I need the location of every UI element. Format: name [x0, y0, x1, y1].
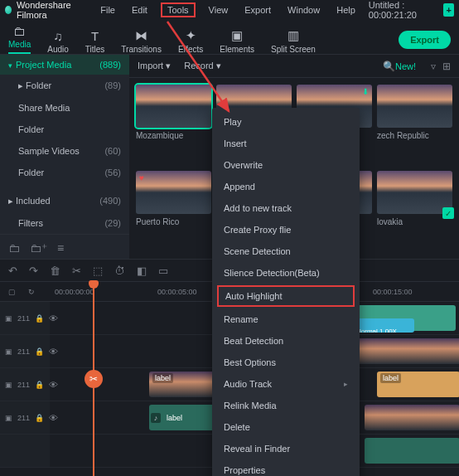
track-toggle-icon[interactable]: ▣	[5, 381, 12, 389]
ctx-create-proxy-file[interactable]: Create Proxy flie	[212, 219, 360, 240]
sidebar-item-sample-videos[interactable]: Sample Videos(60)	[0, 140, 129, 162]
sidebar-item-folder[interactable]: Folder(56)	[0, 162, 129, 183]
folder-icon: 🗀	[13, 23, 26, 38]
ctx-beat-detection[interactable]: Beat Detection	[212, 330, 360, 352]
app-logo-icon	[5, 6, 12, 14]
music-note-icon: ♪	[151, 413, 161, 423]
context-menu: Play Insert Overwrite Append Add to new …	[212, 108, 360, 476]
split-scissors-icon[interactable]: ✂	[85, 370, 103, 388]
lock-icon[interactable]: 🔒	[35, 347, 44, 356]
crop-icon[interactable]: ⬚	[93, 265, 103, 277]
redo-icon[interactable]: ↷	[29, 265, 38, 277]
search-icon[interactable]: 🔍	[383, 61, 395, 72]
chevron-down-icon: ▾	[8, 61, 12, 70]
ctx-rename[interactable]: Rename	[212, 308, 360, 330]
tab-audio[interactable]: ♫Audio	[47, 28, 69, 54]
menu-help[interactable]: Help	[333, 3, 359, 17]
new-folder-icon[interactable]: 🗀	[8, 241, 20, 255]
color-icon[interactable]: ◧	[137, 265, 147, 277]
new-bin-icon[interactable]: 🗀⁺	[30, 241, 47, 255]
tab-effects[interactable]: ✦Effects	[178, 28, 203, 54]
grid-view-icon[interactable]: ⊞	[442, 61, 451, 72]
sidebar-included[interactable]: ▸ Included(490)	[0, 190, 129, 212]
ctx-silence-detection[interactable]: Slience Detection(Beta)	[212, 262, 360, 284]
tab-elements[interactable]: ▣Elements	[220, 28, 254, 54]
record-dropdown[interactable]: Record ▾	[184, 61, 221, 71]
menu-tools[interactable]: Tools	[161, 2, 196, 17]
ctx-relink-media[interactable]: Relink Media	[212, 395, 360, 416]
media-clip[interactable]: ✓lovakia	[377, 171, 452, 252]
tab-titles[interactable]: TTitles	[85, 28, 105, 54]
ctx-reveal-in-finder[interactable]: Reveal in Finder	[212, 438, 360, 459]
filter-icon[interactable]: ▿	[431, 61, 436, 72]
import-dropdown[interactable]: Import ▾	[138, 61, 171, 71]
document-title: Untitled : 00:00:21:20	[369, 0, 437, 20]
sidebar: ▾Project Media (889) ▸ Folder(89) Share …	[0, 55, 129, 259]
menu-export[interactable]: Export	[241, 3, 274, 17]
sidebar-item-folder[interactable]: Folder	[0, 119, 129, 140]
ctx-delete[interactable]: Delete	[212, 416, 360, 438]
ctx-append[interactable]: Append	[212, 176, 360, 197]
undo-icon[interactable]: ↶	[8, 265, 17, 277]
green-screen-icon[interactable]: ▭	[158, 265, 168, 277]
heart-icon: ♥	[139, 173, 144, 182]
tab-transitions[interactable]: ⧓Transitions	[121, 28, 162, 54]
ctx-best-options[interactable]: Best Options	[212, 352, 360, 373]
check-icon: ✓	[442, 207, 454, 219]
ctx-audio-track[interactable]: Audio Track▸	[212, 373, 360, 395]
menu-window[interactable]: Window	[284, 3, 323, 17]
tab-split-screen[interactable]: ▥Split Screen	[271, 28, 316, 54]
ctx-properties[interactable]: Properties	[212, 459, 360, 476]
text-icon: T	[91, 28, 99, 43]
split-icon: ▥	[287, 28, 299, 43]
effects-icon: ✦	[186, 28, 196, 43]
music-icon: ♫	[53, 28, 62, 43]
menu-view[interactable]: View	[205, 3, 232, 17]
ruler-loop-icon[interactable]: ↻	[28, 288, 35, 296]
menu-edit[interactable]: Edit	[128, 3, 151, 17]
app-name: Wondershare Filmora	[17, 0, 85, 20]
ctx-play[interactable]: Play	[212, 111, 360, 133]
playlist-icon[interactable]: ≡	[57, 241, 64, 255]
new-badge: New!	[395, 61, 416, 71]
sidebar-project-media[interactable]: ▾Project Media (889)	[0, 55, 129, 75]
elements-icon: ▣	[231, 28, 243, 43]
lock-icon[interactable]: 🔒	[35, 381, 44, 389]
ctx-add-to-new-track[interactable]: Add to new track	[212, 197, 360, 219]
track-toggle-icon[interactable]: ▣	[5, 314, 12, 323]
track-toggle-icon[interactable]: ▣	[5, 347, 12, 356]
delete-icon[interactable]: 🗑	[50, 265, 60, 277]
tab-media[interactable]: 🗀Media	[8, 23, 31, 54]
sidebar-filters[interactable]: Filters(29)	[0, 212, 129, 234]
add-button[interactable]: +	[443, 3, 454, 17]
transitions-icon: ⧓	[135, 28, 147, 43]
media-clip[interactable]: Mozambique	[136, 85, 211, 166]
cut-icon[interactable]: ✂	[72, 265, 81, 277]
ctx-insert[interactable]: Insert	[212, 133, 360, 154]
chevron-right-icon: ▸	[344, 380, 348, 388]
ctx-overwrite[interactable]: Overwrite	[212, 154, 360, 176]
sidebar-item-folder[interactable]: ▸ Folder(89)	[0, 75, 129, 97]
lock-icon[interactable]: 🔒	[35, 414, 44, 422]
lock-icon[interactable]: 🔒	[35, 314, 44, 323]
ctx-auto-highlight[interactable]: Auto Highlight	[217, 285, 355, 307]
media-clip[interactable]: ♥Puerto Rico	[136, 171, 211, 252]
export-button[interactable]: Export	[399, 31, 451, 49]
ctx-scene-detection[interactable]: Scene Detection	[212, 240, 360, 262]
sidebar-item-share-media[interactable]: Share Media	[0, 97, 129, 119]
menu-file[interactable]: File	[97, 3, 118, 17]
speed-icon[interactable]: ⏱	[114, 265, 125, 277]
ruler-marker-icon[interactable]: ▢	[8, 288, 16, 296]
media-clip[interactable]: zech Republic	[377, 85, 452, 166]
download-icon: ⬇	[362, 87, 369, 96]
track-toggle-icon[interactable]: ▣	[5, 414, 12, 422]
